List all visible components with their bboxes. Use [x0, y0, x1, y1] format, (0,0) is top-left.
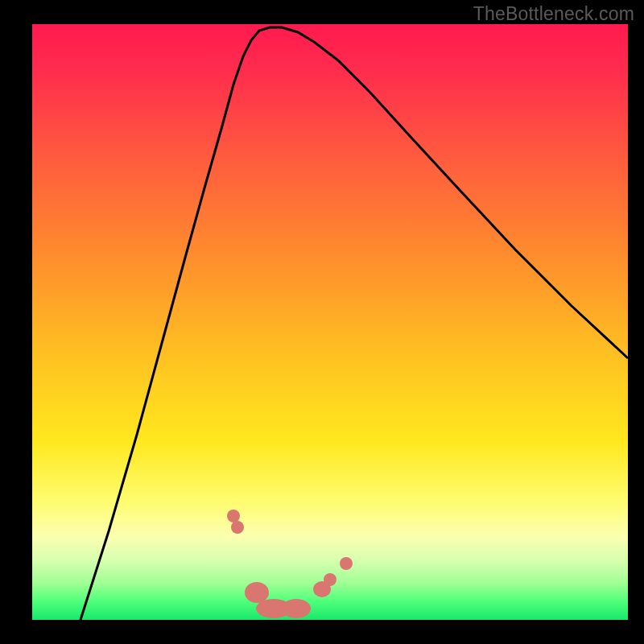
data-marker — [227, 510, 240, 522]
chart-svg — [32, 24, 628, 620]
data-markers — [227, 510, 353, 618]
attribution-watermark: TheBottleneck.com — [473, 3, 634, 25]
data-marker — [282, 599, 311, 618]
data-marker — [245, 582, 269, 603]
data-marker — [324, 573, 336, 586]
bottleneck-curve — [80, 27, 628, 620]
data-marker — [231, 521, 244, 534]
plot-area — [32, 24, 628, 620]
chart-frame: TheBottleneck.com — [0, 0, 644, 644]
data-marker — [340, 557, 353, 570]
